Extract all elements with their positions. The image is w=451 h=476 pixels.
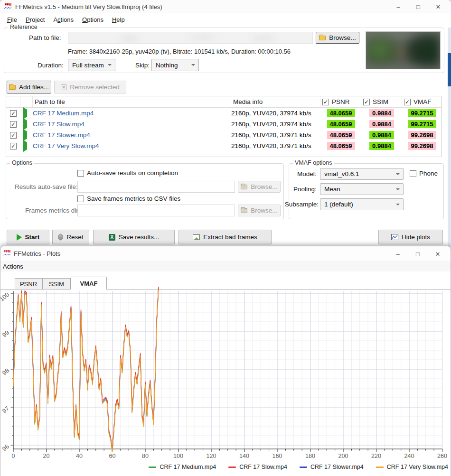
reset-button[interactable]: Reset bbox=[52, 230, 89, 244]
folder-open-icon bbox=[319, 36, 326, 40]
file-name: CRF 17 Medium.mp4 bbox=[33, 110, 231, 117]
start-button[interactable]: Start bbox=[7, 230, 49, 244]
plots-actions-menu[interactable]: Actions bbox=[0, 261, 28, 272]
frames-browse-button[interactable]: Browse... bbox=[238, 205, 281, 216]
save-results-button[interactable]: X Save results... bbox=[93, 230, 175, 244]
frames-metrics-dir-input[interactable] bbox=[77, 205, 235, 216]
legend-label: CRF 17 Very Slow.mp4 bbox=[387, 464, 448, 470]
close-icon[interactable]: ✕ bbox=[428, 0, 448, 13]
file-row[interactable]: ✓ CRF 17 Slow.mp4 2160p, YUV420, 37974 k… bbox=[6, 119, 441, 130]
results-autosave-file-input[interactable] bbox=[77, 181, 235, 193]
svg-text:20: 20 bbox=[43, 453, 50, 459]
file-row[interactable]: ✓ CRF 17 Slower.mp4 2160p, YUV420, 37971… bbox=[6, 130, 441, 140]
skip-combobox[interactable]: Nothing bbox=[151, 59, 199, 71]
series-line-4 bbox=[13, 289, 159, 452]
phone-checkbox-row[interactable]: Phone bbox=[410, 170, 438, 177]
play-icon bbox=[23, 129, 27, 141]
ssim-value-chip: 0.9884 bbox=[369, 109, 394, 117]
save-results-label: Save results... bbox=[119, 233, 160, 241]
file-media-info: 2160p, YUV420, 37971 kb/s bbox=[231, 142, 320, 149]
main-titlebar: FFM FFMetrics v1.5 - Medium till Very Sl… bbox=[0, 0, 451, 13]
model-label: Model: bbox=[297, 170, 317, 177]
main-window-title: FFMetrics v1.5 - Medium till Very Slow.f… bbox=[15, 3, 162, 10]
minimize-icon[interactable]: – bbox=[388, 0, 408, 13]
remove-selected-label: Remove selected bbox=[70, 84, 119, 91]
model-combobox[interactable]: vmaf_v0.6.1 bbox=[320, 168, 404, 180]
ssim-checkbox[interactable]: ✓ bbox=[363, 99, 370, 105]
play-icon bbox=[23, 107, 27, 119]
file-row-checkbox[interactable]: ✓ bbox=[10, 110, 17, 117]
file-row[interactable]: ✓ CRF 17 Medium.mp4 2160p, YUV420, 37974… bbox=[6, 108, 441, 119]
ssim-value-chip: 0.9884 bbox=[369, 142, 394, 150]
autosave-results-checkbox[interactable] bbox=[77, 170, 84, 177]
model-value: vmaf_v0.6.1 bbox=[324, 170, 359, 177]
legend-label: CRF 17 Slow.mp4 bbox=[239, 464, 287, 470]
file-row-checkbox[interactable]: ✓ bbox=[10, 121, 17, 128]
options-groupbox: Options Auto-save results on completion … bbox=[6, 163, 284, 219]
hide-plots-button[interactable]: Hide plots bbox=[378, 230, 443, 244]
reference-path-input[interactable] bbox=[68, 32, 313, 44]
psnr-value-chip: 48.0659 bbox=[327, 109, 355, 117]
vmaf-options-group-label: VMAF options bbox=[293, 159, 334, 166]
series-line-2 bbox=[13, 287, 159, 449]
reset-eraser-icon bbox=[57, 233, 65, 241]
svg-text:120: 120 bbox=[207, 453, 216, 459]
file-row[interactable]: ✓ CRF 17 Very Slow.mp4 2160p, YUV420, 37… bbox=[6, 140, 441, 151]
file-row-checkbox[interactable]: ✓ bbox=[10, 132, 17, 139]
chevron-down-icon bbox=[108, 64, 112, 66]
options-group-label: Options bbox=[10, 159, 34, 166]
file-name: CRF 17 Slower.mp4 bbox=[33, 131, 231, 139]
vmaf-header-label: VMAF bbox=[413, 98, 432, 105]
menu-actions[interactable]: Actions bbox=[49, 14, 78, 25]
header-media-info[interactable]: Media info bbox=[231, 96, 320, 107]
ssim-value-chip: 0.9884 bbox=[369, 131, 394, 139]
close-icon[interactable]: ✕ bbox=[428, 248, 448, 260]
play-icon bbox=[23, 140, 27, 152]
svg-text:98: 98 bbox=[1, 367, 10, 377]
chart-legend: CRF 17 Medium.mp4CRF 17 Slow.mp4CRF 17 S… bbox=[149, 464, 448, 470]
tab-vmaf[interactable]: VMAF bbox=[71, 277, 107, 289]
results-browse-button[interactable]: Browse... bbox=[238, 181, 281, 193]
file-name: CRF 17 Slow.mp4 bbox=[33, 121, 231, 128]
remove-selected-button[interactable]: ✕ Remove selected bbox=[54, 81, 126, 93]
phone-checkbox[interactable] bbox=[410, 170, 416, 177]
minimize-icon[interactable]: – bbox=[388, 248, 408, 260]
svg-text:100: 100 bbox=[173, 453, 183, 459]
ssim-value-chip: 0.9884 bbox=[369, 120, 394, 128]
save-frames-csv-checkbox[interactable] bbox=[77, 196, 84, 202]
header-ssim[interactable]: ✓SSIM bbox=[361, 96, 402, 107]
maximize-icon[interactable]: □ bbox=[408, 248, 428, 260]
svg-text:220: 220 bbox=[371, 453, 381, 459]
frames-browse-label: Browse... bbox=[251, 207, 277, 214]
pooling-combobox[interactable]: Mean bbox=[320, 183, 404, 195]
legend-item: CRF 17 Very Slow.mp4 bbox=[376, 464, 448, 470]
header-vmaf[interactable]: ✓VMAF bbox=[402, 96, 442, 107]
duration-combobox[interactable]: Full stream bbox=[68, 59, 115, 71]
phone-label: Phone bbox=[419, 170, 438, 177]
autosave-results-checkbox-row[interactable]: Auto-save results on completion bbox=[77, 169, 178, 177]
svg-text:160: 160 bbox=[272, 453, 282, 459]
file-row-checkbox[interactable]: ✓ bbox=[10, 143, 17, 149]
chevron-down-icon bbox=[396, 188, 400, 190]
folder-icon bbox=[241, 185, 247, 189]
header-path[interactable]: Path to file bbox=[33, 96, 231, 107]
header-psnr[interactable]: ✓PSNR bbox=[320, 96, 361, 107]
save-frames-csv-checkbox-row[interactable]: Save frames metrics to CSV files bbox=[77, 195, 180, 202]
menu-options[interactable]: Options bbox=[78, 14, 108, 25]
file-table-body: ✓ CRF 17 Medium.mp4 2160p, YUV420, 37974… bbox=[6, 108, 441, 151]
frame-info-text: Frame: 3840x2160-25p, yuv420p (tv), Bitr… bbox=[68, 48, 291, 55]
file-table: Path to file Media info ✓PSNR ✓SSIM ✓VMA… bbox=[6, 96, 442, 157]
subsample-combobox[interactable]: 1 (default) bbox=[320, 198, 404, 210]
results-autosave-file-label: Results auto-save file: bbox=[15, 183, 78, 190]
maximize-icon[interactable]: □ bbox=[408, 0, 428, 13]
add-files-button[interactable]: Add files... bbox=[7, 81, 51, 93]
legend-label: CRF 17 Slower.mp4 bbox=[310, 464, 364, 470]
vmaf-checkbox[interactable]: ✓ bbox=[404, 99, 411, 105]
reference-browse-button[interactable]: Browse... bbox=[316, 32, 359, 44]
menu-help[interactable]: Help bbox=[108, 14, 129, 25]
vmaf-value-chip: 99.2715 bbox=[408, 109, 436, 117]
extract-bad-frames-button[interactable]: Extract bad frames bbox=[179, 230, 272, 244]
svg-text:100: 100 bbox=[0, 291, 10, 303]
chevron-down-icon bbox=[191, 64, 195, 66]
psnr-checkbox[interactable]: ✓ bbox=[322, 99, 329, 105]
